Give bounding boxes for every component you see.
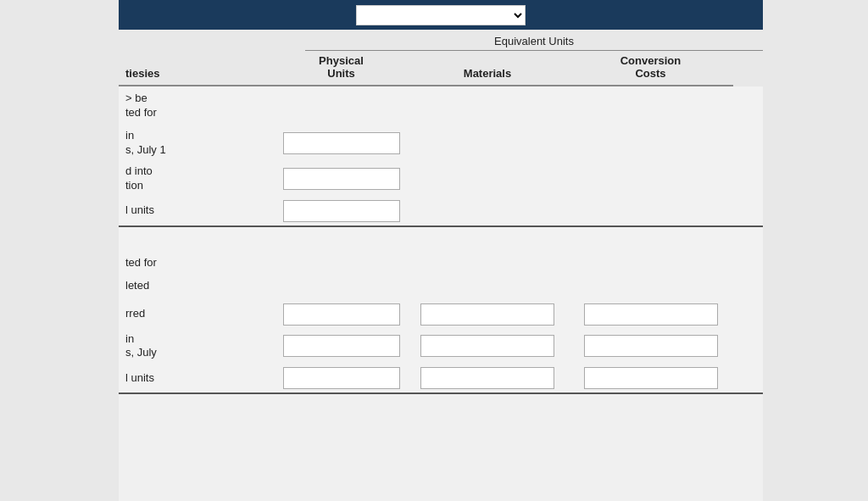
materials-column-header: Materials (407, 64, 568, 86)
section2-row2-conversion-wrap (568, 303, 733, 326)
section2-row2-materials-input[interactable] (420, 303, 554, 326)
section1-row4-label: l units (119, 203, 275, 218)
section2-row4-conversion-wrap (568, 367, 733, 389)
content-area: > be ted for in s, July 1 d into (119, 86, 763, 394)
section1-row4-physical-input[interactable] (283, 200, 400, 222)
section1-row2-label: in s, July 1 (119, 129, 275, 158)
left-sidebar (0, 0, 119, 501)
section1-row4: l units (119, 197, 763, 227)
section1-row2: in s, July 1 (119, 125, 763, 161)
section1-row1: > be ted for (119, 86, 763, 125)
physical-units-column-header: Physical Units (275, 51, 407, 86)
section2-row4-label: l units (119, 371, 275, 386)
main-container: Equivalent Units tiesies Physical Units … (119, 0, 763, 501)
equiv-units-row: Equivalent Units (119, 30, 763, 51)
section1-row3-label: d into tion (119, 164, 275, 193)
section2-row1-label: leted (119, 279, 275, 293)
section2-row4-materials-wrap (407, 367, 568, 389)
section2-row3-label: in s, July (119, 332, 275, 361)
spacer1 (119, 227, 763, 253)
section2-row4-physical-input[interactable] (283, 367, 400, 389)
section2-row3-materials-wrap (407, 335, 568, 357)
section1-row3-physical-wrap (275, 168, 407, 190)
section1-row4-physical-wrap (275, 200, 407, 222)
section2-row3-physical-input[interactable] (283, 335, 400, 357)
section1-row1-label: > be ted for (119, 92, 275, 120)
section1-row2-physical-wrap (275, 132, 407, 154)
section1-row3-physical-input[interactable] (283, 168, 400, 190)
section2-row2-label: rred (119, 307, 275, 321)
section2-row1: leted (119, 273, 763, 300)
section2-row2-materials-wrap (407, 303, 568, 326)
section2-row3-materials-input[interactable] (420, 335, 554, 357)
top-bar (119, 0, 763, 30)
equiv-units-label: Equivalent Units (305, 30, 763, 51)
section2-row3: in s, July (119, 329, 763, 365)
section2-row2: rred (119, 300, 763, 329)
section2-row3-physical-wrap (275, 335, 407, 357)
section2-header-label: ted for (119, 256, 275, 269)
activities-column-header: tiesies (119, 64, 275, 86)
section2-row3-conversion-wrap (568, 335, 733, 357)
top-dropdown[interactable] (356, 5, 526, 25)
headers-wrapper: Equivalent Units tiesies Physical Units … (119, 30, 763, 86)
section2-header-row: ted for (119, 253, 763, 273)
section2-row4-conversion-input[interactable] (584, 367, 718, 389)
section2-row3-conversion-input[interactable] (584, 335, 718, 357)
section2-row2-physical-input[interactable] (283, 303, 400, 326)
section2-row2-physical-wrap (275, 303, 407, 326)
conversion-costs-column-header: Conversion Costs (568, 51, 733, 86)
section1-row2-physical-input[interactable] (283, 132, 400, 154)
section2-row4-physical-wrap (275, 367, 407, 389)
page-wrapper: Equivalent Units tiesies Physical Units … (0, 0, 868, 501)
section1-row3: d into tion (119, 161, 763, 197)
column-labels-row: tiesies Physical Units Materials Convers… (119, 51, 763, 86)
section2-row2-conversion-input[interactable] (584, 303, 718, 326)
right-sidebar (763, 0, 868, 501)
section2-row4-materials-input[interactable] (420, 367, 554, 389)
section2-row4: l units (119, 364, 763, 394)
